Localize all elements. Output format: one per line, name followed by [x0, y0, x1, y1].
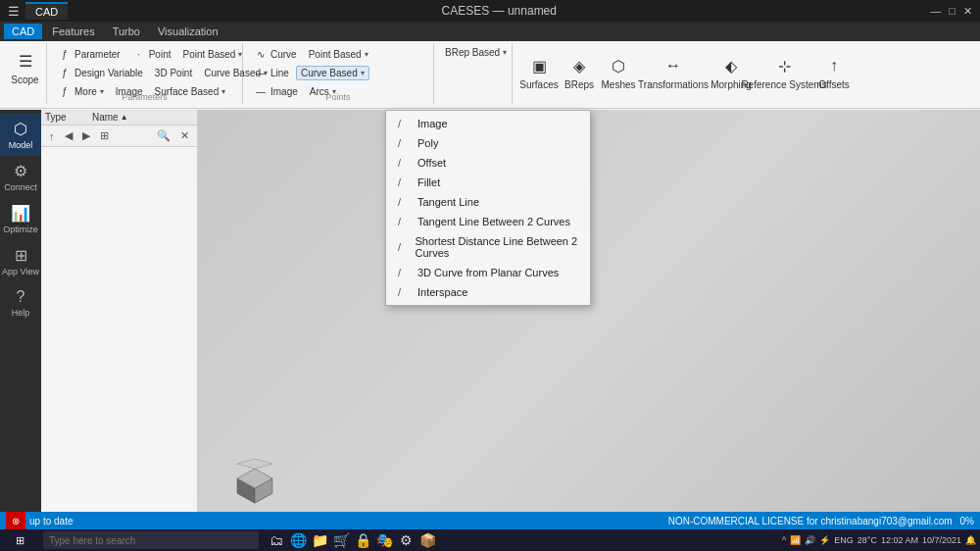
notification-icon[interactable]: 🔔 — [965, 535, 976, 545]
taskbar-icon-8[interactable]: 📦 — [417, 530, 437, 550]
taskbar-icon-6[interactable]: 🎭 — [374, 530, 394, 550]
menu-turbo[interactable]: Turbo — [105, 24, 148, 39]
point-based-btn[interactable]: Point Based ▾ — [177, 47, 247, 62]
curve-based-dropdown-btn[interactable]: Curve Based ▾ — [296, 66, 369, 80]
panel-close-btn[interactable]: ✕ — [176, 127, 193, 144]
menu-cad[interactable]: CAD — [4, 24, 42, 39]
title-bar: ☰ CAD CAESES — unnamed — □ ✕ — [0, 0, 980, 22]
help-icon: ? — [17, 288, 25, 306]
tl-item-label: Tangent Line — [417, 196, 479, 208]
ribbon-group-params: ƒ Parameter · Point Point Based ▾ ƒ — [47, 43, 243, 104]
app-title: CAESES — unnamed — [442, 4, 557, 18]
point-btn[interactable]: · Point — [127, 45, 176, 63]
curve-icon: ∿ — [254, 47, 268, 61]
3dpoint-btn[interactable]: 3D Point — [150, 66, 197, 80]
start-button[interactable]: ⊞ — [0, 529, 39, 551]
close-icon[interactable]: ✕ — [963, 5, 972, 18]
windows-icon: ⊞ — [16, 534, 24, 547]
clock: 12:02 AM — [881, 535, 918, 545]
meshes-btn[interactable]: ⬡ Meshes — [599, 47, 638, 98]
dropdown-item-shortest[interactable]: / Shortest Distance Line Between 2 Curve… — [386, 231, 590, 263]
cbb-label: Curve Based — [301, 68, 358, 78]
cbb-arrow: ▾ — [361, 69, 365, 77]
line-icon: — — [254, 66, 268, 79]
design-variable-btn[interactable]: ƒ Design Variable — [53, 64, 148, 81]
minimize-icon[interactable]: — — [930, 5, 941, 18]
params-group-label: Parameters — [47, 92, 242, 102]
orientation-cube[interactable] — [227, 454, 281, 510]
status-right: NON-COMMERCIAL LICENSE for christinabang… — [668, 516, 974, 526]
dropdown-item-poly[interactable]: / Poly — [386, 133, 590, 153]
scope-icon: ☰ — [15, 50, 36, 72]
morphing-btn[interactable]: ⬖ Morphing — [709, 47, 754, 98]
panel-toolbar: ↑ ◀ ▶ ⊞ 🔍 ✕ — [41, 125, 197, 147]
tray-battery[interactable]: ⚡ — [819, 535, 830, 545]
curve-btn[interactable]: ∿ Curve — [249, 45, 302, 63]
taskbar-icon-5[interactable]: 🔒 — [353, 530, 372, 550]
maximize-icon[interactable]: □ — [949, 5, 956, 18]
offsets-icon: ↑ — [823, 55, 845, 76]
dropdown-item-interspace[interactable]: / Interspace — [386, 282, 590, 302]
offsets-btn[interactable]: ↑ Offsets — [814, 47, 854, 98]
dropdown-item-3dcurve[interactable]: / 3D Curve from Planar Curves — [386, 263, 590, 282]
dropdown-item-image[interactable]: / Image — [386, 114, 590, 133]
surfaces-icon: ▣ — [528, 55, 550, 76]
sidebar-item-appview[interactable]: ⊞ App View — [0, 240, 41, 282]
tray-sound[interactable]: 🔊 — [805, 535, 815, 545]
panel-search-btn[interactable]: 🔍 — [153, 127, 174, 144]
title-tab-cad[interactable]: CAD — [25, 2, 68, 20]
point-based-arrow: ▾ — [238, 50, 242, 59]
model-icon: ⬡ — [14, 120, 27, 138]
parameter-btn[interactable]: ƒ Parameter — [53, 45, 125, 63]
dropdown-item-fillet[interactable]: / Fillet — [386, 173, 590, 192]
panel-grid-btn[interactable]: ⊞ — [96, 127, 113, 144]
breps-btn[interactable]: ◈ BReps — [562, 47, 597, 98]
taskbar-task-view[interactable]: 🗂 — [267, 530, 286, 550]
panel-next-btn[interactable]: ▶ — [78, 127, 94, 144]
taskbar-edge[interactable]: 🌐 — [288, 530, 308, 550]
shortest-item-icon: / — [398, 241, 409, 253]
optimize-icon: 📊 — [11, 204, 30, 223]
transformations-btn[interactable]: ↔ Transformations — [640, 47, 707, 98]
sidebar-item-help[interactable]: ? Help — [0, 282, 41, 324]
breps-icon: ◈ — [568, 55, 590, 76]
tray-network[interactable]: 📶 — [790, 535, 801, 545]
trans-icon: ↔ — [662, 55, 684, 76]
ref-icon: ⊹ — [773, 55, 795, 76]
menu-visualization[interactable]: Visualization — [150, 24, 226, 39]
dropdown-item-tangent-line-2[interactable]: / Tangent Line Between 2 Curves — [386, 212, 590, 231]
scope-button[interactable]: ☰ Scope — [4, 42, 45, 93]
surfaces-btn[interactable]: ▣ Surfaces — [518, 47, 560, 98]
brep-based-btn[interactable]: BRep Based ▾ — [440, 45, 512, 60]
tray-chevron[interactable]: ^ — [782, 535, 786, 545]
sidebar-item-optimize[interactable]: 📊 Optimize — [0, 198, 41, 240]
curve-point-based-btn[interactable]: Point Based ▾ — [304, 47, 373, 62]
type-column-header: Type — [45, 112, 84, 123]
menu-features[interactable]: Features — [44, 24, 102, 39]
panel-prev-btn[interactable]: ◀ — [61, 127, 76, 144]
curve-point-based-label: Point Based — [309, 49, 362, 60]
line-btn[interactable]: — Line — [249, 64, 294, 81]
tl2-item-label: Tangent Line Between 2 Curves — [417, 216, 570, 227]
curve-label: Curve — [270, 49, 297, 60]
taskbar-icon-7[interactable]: ⚙ — [396, 530, 416, 550]
sidebar-item-connect[interactable]: ⚙ Connect — [0, 156, 41, 198]
param-icon: ƒ — [58, 47, 72, 61]
meshes-icon: ⬡ — [608, 55, 629, 76]
taskbar-search[interactable] — [43, 531, 259, 549]
ribbon-row-2: ƒ Design Variable 3D Point Curve Based ▾ — [53, 64, 272, 81]
dropdown-item-tangent-line[interactable]: / Tangent Line — [386, 192, 590, 212]
surfaces-label: Surfaces — [519, 79, 558, 90]
sidebar-item-model[interactable]: ⬡ Model — [0, 114, 41, 156]
3dcurve-item-icon: / — [398, 267, 412, 278]
panel-up-btn[interactable]: ↑ — [45, 128, 59, 144]
connect-icon: ⚙ — [14, 162, 27, 180]
reference-systems-btn[interactable]: ⊹ Reference Systems — [756, 47, 812, 98]
taskbar-explorer[interactable]: 📁 — [310, 530, 329, 550]
tray-lang: ENG — [834, 535, 854, 545]
app-menu-icon[interactable]: ☰ — [8, 4, 20, 19]
dropdown-item-offset[interactable]: / Offset — [386, 153, 590, 173]
license-text: NON-COMMERCIAL LICENSE for christinabang… — [668, 516, 953, 526]
taskbar-store[interactable]: 🛒 — [331, 530, 351, 550]
point-label: Point — [149, 49, 172, 60]
